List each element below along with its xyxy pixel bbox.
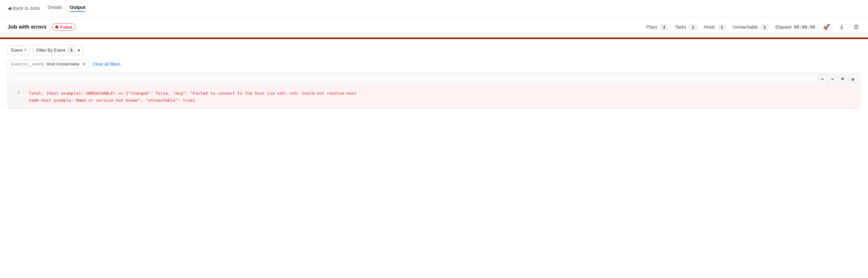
line-number: 4	[12, 90, 20, 95]
output-row-error: fatal: [Host example]: UNREACHABLE! => {…	[24, 85, 860, 108]
scroll-top-button[interactable]	[838, 75, 847, 83]
output-panel: 4 fatal: [Host example]: UNREACHABLE! =>…	[8, 73, 860, 109]
status-dot-icon	[55, 25, 58, 29]
delete-button[interactable]	[852, 23, 860, 31]
tasks-count: 1	[689, 24, 697, 30]
hosts-label: Hosts	[704, 25, 715, 30]
filter-chevron-icon: ▾	[78, 48, 80, 53]
unreachable-label: Unreachable	[733, 25, 757, 30]
output-text: fatal: [Host example]: UNREACHABLE! => {…	[29, 90, 855, 104]
active-filters-row: Event (or__event) Host Unreachable ✕ Cle…	[0, 58, 868, 73]
status-label: Failed	[60, 25, 72, 30]
plays-stat: Plays 1	[647, 24, 669, 30]
back-to-jobs-link[interactable]: ◀ Back to Jobs	[8, 5, 40, 11]
tasks-label: Tasks	[675, 25, 686, 30]
top-navigation: ◀ Back to Jobs Details Output	[0, 0, 868, 17]
hosts-stat: Hosts 1	[704, 24, 726, 30]
filter-by-event-dropdown[interactable]: Filter By Event 1 ▾	[33, 45, 84, 55]
job-stats: Plays 1 Tasks 1 Hosts 1 Unreachable 1 El…	[647, 22, 860, 32]
status-badge: Failed	[52, 24, 76, 31]
event-filter-label: Event	[11, 48, 23, 53]
event-filter-dropdown[interactable]: Event ▾	[8, 46, 30, 55]
output-toolbar	[8, 73, 860, 85]
filter-tag-key: Event (or__event)	[11, 62, 44, 66]
filter-bar: Event ▾ Filter By Event 1 ▾	[0, 39, 868, 58]
filter-tag-value: Host Unreachable	[46, 62, 79, 66]
scroll-down-button[interactable]	[828, 75, 837, 83]
filter-tag-close-icon[interactable]: ✕	[82, 62, 86, 66]
rocket-button[interactable]: 🚀	[822, 22, 831, 32]
filter-by-label: Filter By Event	[36, 48, 65, 53]
plays-count: 1	[660, 24, 669, 30]
scroll-bottom-button[interactable]	[849, 75, 857, 83]
event-chevron-icon: ▾	[24, 48, 26, 52]
unreachable-stat: Unreachable 1	[733, 24, 769, 30]
tab-details[interactable]: Details	[48, 4, 62, 12]
elapsed-stat: Elapsed 00:00:06	[775, 25, 815, 30]
download-button[interactable]	[838, 23, 846, 31]
unreachable-count: 1	[761, 24, 769, 30]
plays-label: Plays	[647, 25, 657, 30]
job-header: Job with errors Failed Plays 1 Tasks 1 H…	[0, 17, 868, 37]
elapsed-label: Elapsed	[775, 25, 792, 30]
scroll-up-button[interactable]	[818, 75, 827, 83]
clear-all-filters-button[interactable]: Clear all filters	[92, 62, 121, 67]
elapsed-value: 00:00:06	[794, 25, 815, 30]
tasks-stat: Tasks 1	[675, 24, 697, 30]
line-numbers: 4	[8, 85, 24, 108]
job-title: Job with errors	[8, 24, 46, 30]
tab-output[interactable]: Output	[70, 4, 85, 12]
filter-count-badge: 1	[67, 47, 76, 53]
hosts-count: 1	[718, 24, 726, 30]
active-filter-tag: Event (or__event) Host Unreachable ✕	[8, 60, 89, 68]
output-content: 4 fatal: [Host example]: UNREACHABLE! =>…	[8, 85, 860, 108]
